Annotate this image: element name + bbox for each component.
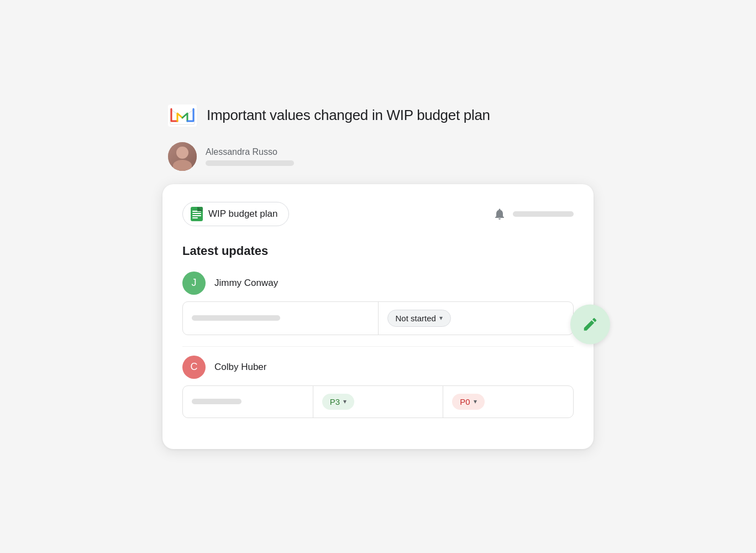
sheet-title: WIP budget plan bbox=[208, 208, 277, 220]
gmail-logo-icon bbox=[168, 105, 197, 127]
card-header: WIP budget plan bbox=[182, 202, 574, 226]
main-card: WIP budget plan Latest updates J Jimmy C… bbox=[162, 184, 594, 449]
sheet-badge[interactable]: WIP budget plan bbox=[182, 202, 289, 226]
sender-avatar bbox=[168, 142, 197, 171]
divider bbox=[182, 346, 574, 347]
row-data-jimmy: Not started ▾ bbox=[182, 301, 574, 335]
section-title: Latest updates bbox=[182, 244, 574, 258]
p3-dropdown[interactable]: P3 ▾ bbox=[322, 394, 354, 410]
sender-email-bar bbox=[206, 160, 294, 166]
user-name-jimmy: Jimmy Conway bbox=[214, 278, 278, 289]
email-subject: Important values changed in WIP budget p… bbox=[207, 107, 490, 124]
cell-colby-bar bbox=[183, 386, 313, 418]
chevron-p0: ▾ bbox=[474, 398, 477, 405]
avatar-jimmy: J bbox=[182, 272, 206, 295]
chevron-jimmy: ▾ bbox=[439, 314, 443, 322]
svg-rect-4 bbox=[192, 215, 201, 216]
sender-name: Alessandra Russo bbox=[206, 147, 294, 157]
svg-rect-5 bbox=[192, 217, 198, 218]
status-dropdown-jimmy[interactable]: Not started ▾ bbox=[387, 310, 451, 327]
user-row-colby: C Colby Huber bbox=[182, 356, 574, 379]
sheets-icon bbox=[191, 207, 203, 221]
notification-bar bbox=[513, 211, 574, 217]
row-data-colby: P3 ▾ P0 ▾ bbox=[182, 385, 574, 418]
bell-icon bbox=[493, 207, 506, 221]
update-item-colby: C Colby Huber P3 ▾ P0 ▾ bbox=[182, 356, 574, 418]
edit-fab-button[interactable] bbox=[570, 304, 610, 344]
cell-colby-p0[interactable]: P0 ▾ bbox=[443, 386, 573, 418]
user-name-colby: Colby Huber bbox=[214, 362, 267, 373]
cell-colby-p3[interactable]: P3 ▾ bbox=[313, 386, 444, 418]
email-container: Important values changed in WIP budget p… bbox=[162, 105, 594, 449]
chevron-p3: ▾ bbox=[343, 398, 347, 405]
pencil-icon bbox=[582, 316, 599, 332]
svg-rect-3 bbox=[192, 213, 201, 214]
cell-jimmy-bar bbox=[183, 302, 379, 335]
email-header: Important values changed in WIP budget p… bbox=[162, 105, 594, 127]
p0-dropdown[interactable]: P0 ▾ bbox=[452, 394, 484, 410]
avatar-image bbox=[168, 142, 197, 171]
update-item-jimmy: J Jimmy Conway Not started ▾ bbox=[182, 272, 574, 335]
user-row-jimmy: J Jimmy Conway bbox=[182, 272, 574, 295]
p3-label: P3 bbox=[330, 397, 340, 406]
cell-jimmy-status[interactable]: Not started ▾ bbox=[379, 302, 574, 335]
status-label-jimmy: Not started bbox=[396, 314, 436, 323]
p0-label: P0 bbox=[460, 397, 470, 406]
sender-info: Alessandra Russo bbox=[206, 147, 294, 166]
sender-row: Alessandra Russo bbox=[162, 142, 594, 171]
data-bar-jimmy bbox=[192, 315, 280, 321]
data-bar-colby bbox=[192, 399, 242, 404]
avatar-colby: C bbox=[182, 356, 206, 379]
notification-area bbox=[493, 207, 574, 221]
